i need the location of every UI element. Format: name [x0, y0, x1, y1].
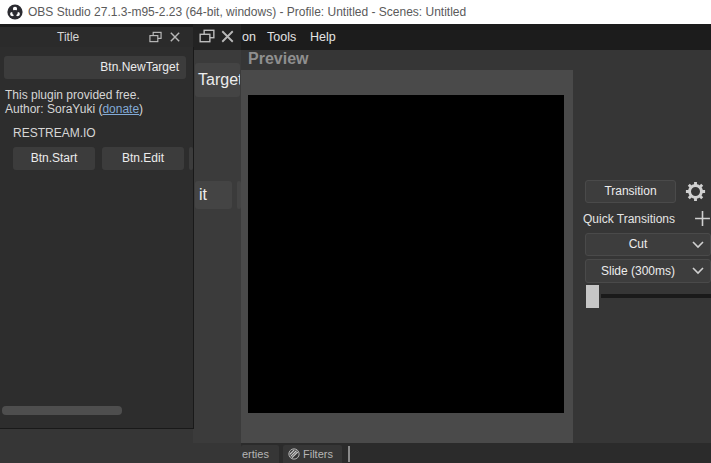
plus-icon[interactable]: [694, 210, 711, 227]
quick-transition-select[interactable]: Slide (300ms): [585, 259, 711, 283]
close-icon[interactable]: [169, 31, 181, 43]
float-dock-icon[interactable]: [199, 29, 215, 43]
gear-icon[interactable]: [684, 180, 707, 203]
transition-button[interactable]: Transition: [585, 180, 676, 203]
new-target-button[interactable]: Btn.NewTarget: [4, 56, 186, 79]
background-button-fragment[interactable]: [237, 181, 241, 209]
window-title: OBS Studio 27.1.3-m95-2.23 (64-bit, wind…: [28, 0, 466, 24]
plugin-free-text: This plugin provided free.: [5, 88, 140, 102]
plugin-panel-title: Title: [57, 27, 79, 47]
author-text: Author: SoraYuki (: [5, 102, 102, 116]
filters-icon: [288, 448, 300, 460]
plugin-panel-titlebar[interactable]: Title: [0, 27, 193, 47]
plugin-author-line: Author: SoraYuki (donate): [5, 102, 143, 116]
background-new-target-button[interactable]: Target: [195, 63, 240, 97]
duration-slider-handle[interactable]: [586, 285, 599, 308]
restream-section-label: RESTREAM.IO: [13, 126, 96, 140]
tab-properties[interactable]: erties: [241, 445, 279, 463]
tab-filters-label: Filters: [303, 445, 333, 463]
scene-transition-value: Cut: [586, 234, 690, 255]
menu-item-help[interactable]: Help: [310, 24, 336, 50]
tab-properties-label: erties: [242, 445, 269, 463]
horizontal-scrollbar-thumb[interactable]: [2, 406, 122, 415]
preview-label: Preview: [248, 50, 308, 68]
obs-window: OBS Studio 27.1.3-m95-2.23 (64-bit, wind…: [0, 0, 711, 463]
edit-button[interactable]: Btn.Edit: [102, 147, 184, 170]
preview-canvas[interactable]: [248, 95, 564, 413]
chevron-down-icon: [692, 267, 704, 275]
obs-logo-icon: [7, 4, 23, 20]
os-titlebar: OBS Studio 27.1.3-m95-2.23 (64-bit, wind…: [0, 0, 711, 24]
quick-transition-value: Slide (300ms): [586, 260, 690, 282]
menu-item-clipped[interactable]: on: [242, 24, 256, 50]
plugin-panel: Btn.NewTarget This plugin provided free.…: [0, 47, 194, 429]
close-icon[interactable]: [220, 29, 235, 44]
donate-link[interactable]: donate: [102, 102, 139, 116]
duration-slider-groove: [601, 294, 711, 298]
background-edit-button[interactable]: it: [195, 181, 232, 209]
chevron-down-icon: [692, 241, 704, 249]
bottom-tab-bar: erties Filters: [241, 443, 711, 463]
tab-filters[interactable]: Filters: [283, 445, 342, 463]
quick-transitions-label: Quick Transitions: [583, 212, 675, 226]
author-text-suffix: ): [139, 102, 143, 116]
start-button[interactable]: Btn.Start: [13, 147, 95, 170]
clipped-button-fragment[interactable]: [189, 147, 193, 170]
menu-item-tools[interactable]: Tools: [267, 24, 296, 50]
scene-transition-select[interactable]: Cut: [585, 233, 711, 256]
float-dock-icon[interactable]: [149, 31, 162, 43]
background-panel: Target it: [193, 50, 241, 443]
dock-splitter-handle[interactable]: [348, 446, 350, 462]
